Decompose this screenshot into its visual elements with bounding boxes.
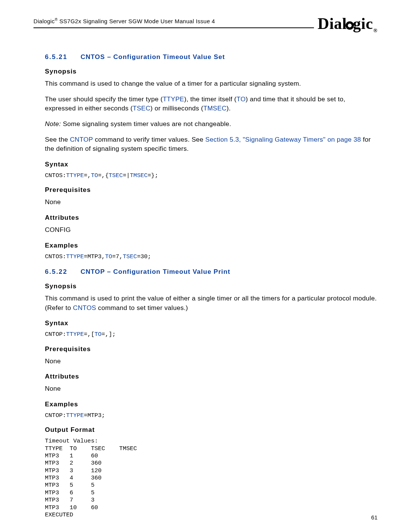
syntax-label: Syntax [45,320,378,327]
synopsis-paragraph-1: This command is used to change the value… [45,79,378,89]
examples-label: Examples [45,242,378,249]
tsec-keyword: TSEC [133,105,151,112]
synopsis-label: Synopsis [45,283,378,290]
syntax-label: Syntax [45,161,378,168]
section-number: 6.5.21 [45,53,78,61]
to-keyword: TO [237,96,246,103]
prerequisites-value: None [45,198,378,207]
syntax-line-cntos: CNTOS:TTYPE=,TO=,{TSEC=|TMSEC=}; [45,172,378,179]
section-number: 6.5.22 [45,268,78,276]
section-5-3-link[interactable]: Section 5.3, "Signaling Gateway Timers" … [206,136,361,143]
section-title: CNTOS – Configuration Timeout Value Set [81,53,225,61]
synopsis-see-also: See the CNTOP command to verify timer va… [45,135,378,154]
example-cntos: CNTOS:TTYPE=MTP3,TO=7,TSEC=30; [45,253,378,260]
ttype-keyword: TTYPE [163,96,184,103]
syntax-line-cntop: CNTOP:TTYPE=,[TO=,]; [45,331,378,338]
synopsis-paragraph-2: The user should specify the timer type (… [45,95,378,113]
output-format-label: Output Format [45,426,378,434]
section-heading-6-5-22: 6.5.22 CNTOP – Configuration Timeout Val… [45,268,378,276]
examples-label: Examples [45,401,378,408]
synopsis-note: Note: Some signaling system timer values… [45,120,378,129]
attributes-value: None [45,384,378,394]
prerequisites-value: None [45,357,378,366]
prerequisites-label: Prerequisites [45,186,378,194]
cntop-keyword: CNTOP [70,136,93,143]
page-content: 6.5.21 CNTOS – Configuration Timeout Val… [33,28,378,519]
output-format-table: Timeout Values: TTYPE TO TSEC TMSEC MTP3… [45,438,378,519]
tmsec-keyword: TMSEC [203,105,226,112]
attributes-value: CONFIG [45,225,378,235]
section-title: CNTOP – Configuration Timeout Value Prin… [81,268,230,275]
doc-name-a: Dialogic [33,18,55,24]
example-cntop: CNTOP:TTYPE=MTP3; [45,412,378,419]
synopsis-label: Synopsis [45,68,378,75]
brand-logo: Dialgic® [314,14,378,34]
attributes-label: Attributes [45,214,378,222]
brand-logo-o-icon [346,21,354,30]
attributes-label: Attributes [45,373,378,380]
cntos-keyword: CNTOS [73,304,96,312]
page-number: 61 [371,514,378,521]
note-label: Note: [45,120,61,128]
synopsis-paragraph: This command is used to print the value … [45,294,378,313]
section-heading-6-5-21: 6.5.21 CNTOS – Configuration Timeout Val… [45,53,378,61]
doc-name-b: SS7G2x Signaling Server SGW Mode User Ma… [57,18,215,24]
prerequisites-label: Prerequisites [45,345,378,353]
